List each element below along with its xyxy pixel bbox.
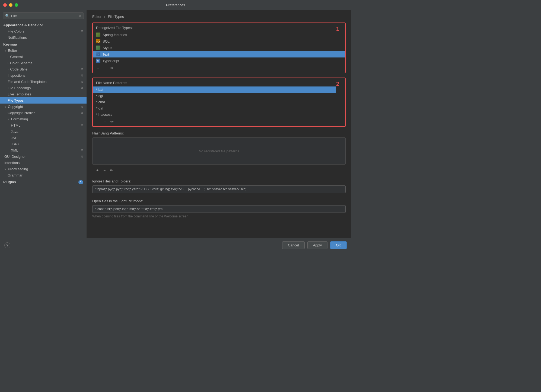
maximize-button[interactable] <box>15 3 18 7</box>
list-item[interactable]: *.cmd <box>93 99 345 105</box>
open-files-input[interactable] <box>92 205 346 213</box>
sidebar-item-grammar[interactable]: Grammar <box>0 172 87 178</box>
sidebar-item-label: Formatting <box>11 117 28 121</box>
sidebar-item-inspections[interactable]: Inspections ⧉ <box>0 72 87 79</box>
sidebar-item-xml[interactable]: XML ⧉ <box>0 147 87 153</box>
add-pattern-button[interactable]: + <box>96 119 100 124</box>
close-button[interactable] <box>3 3 7 7</box>
sidebar-item-label: Inspections <box>8 73 26 78</box>
sidebar-item-general[interactable]: › General <box>0 54 87 60</box>
recognized-file-types-list: Spring.factories SQL SQL Stylus T Text T… <box>93 31 345 64</box>
hashbang-patterns-section: HashBang Patterns: No registered file pa… <box>92 131 346 175</box>
expand-arrow-icon: ∨ <box>4 49 6 52</box>
file-name-patterns-list: *.bat *.cgi *.cmd *.dat *.htaccess <box>93 86 345 118</box>
ignore-files-header: Ignore Files and Folders: <box>92 179 346 183</box>
chevron-right-icon: › <box>8 55 8 58</box>
list-item[interactable]: *.bat <box>93 86 336 93</box>
settings-icon: ⧉ <box>81 68 83 71</box>
help-button[interactable]: ? <box>4 242 10 248</box>
sidebar-item-file-encodings[interactable]: File Encodings ⧉ <box>0 85 87 91</box>
edit-hashbang-button[interactable]: ✏ <box>109 168 114 173</box>
sidebar-item-label: General <box>10 55 23 59</box>
list-item[interactable]: T Text <box>93 51 345 57</box>
sidebar-item-java[interactable]: Java <box>0 128 87 135</box>
titlebar: Preferences <box>0 0 351 10</box>
plugins-label: Plugins <box>3 180 16 184</box>
breadcrumb: Editor › File Types <box>92 15 346 19</box>
remove-hashbang-button[interactable]: − <box>102 168 107 173</box>
sidebar-item-code-style[interactable]: › Code Style ⧉ <box>0 66 87 72</box>
sidebar-item-color-scheme[interactable]: › Color Scheme <box>0 60 87 66</box>
sidebar-item-label: Copyright <box>8 105 23 109</box>
settings-icon: ⧉ <box>81 105 83 108</box>
sidebar-item-label: Intentions <box>4 161 20 165</box>
ignore-files-input[interactable] <box>92 185 346 193</box>
edit-pattern-button[interactable]: ✏ <box>110 119 114 124</box>
sidebar-item-label: Code Style <box>10 67 27 71</box>
ok-button[interactable]: OK <box>330 241 347 249</box>
close-icon[interactable]: ✕ <box>79 14 81 18</box>
sidebar-item-intentions[interactable]: Intentions <box>0 160 87 166</box>
remove-pattern-button[interactable]: − <box>103 119 107 124</box>
sidebar-item-notifications[interactable]: Notifications <box>0 34 87 41</box>
list-item[interactable]: *.cgi <box>93 93 345 99</box>
text-icon: T <box>96 52 100 56</box>
cancel-button[interactable]: Cancel <box>282 241 304 249</box>
chevron-right-icon: › <box>8 62 8 65</box>
list-item[interactable]: *.dat <box>93 105 345 111</box>
bottom-bar: ? Cancel Apply OK <box>0 238 351 252</box>
minimize-button[interactable] <box>9 3 12 7</box>
sidebar-item-proofreading[interactable]: ∨ Proofreading <box>0 166 87 172</box>
list-item[interactable]: Spring.factories <box>93 31 336 38</box>
typescript-icon: TS <box>96 59 100 63</box>
sidebar-item-copyright[interactable]: ∨ Copyright ⧉ <box>0 104 87 110</box>
list-item[interactable]: SQL SQL <box>93 38 345 44</box>
recognized-file-types-header: Recognized File Types: 1 <box>93 23 345 31</box>
sidebar-item-label: Java <box>11 130 18 134</box>
sidebar-item-file-types[interactable]: File Types <box>0 97 87 104</box>
sql-icon: SQL <box>96 39 100 43</box>
search-box[interactable]: 🔍 ✕ <box>3 12 84 19</box>
open-files-header: Open files in the LightEdit mode: <box>92 199 346 203</box>
settings-icon: ⧉ <box>81 30 83 33</box>
expand-arrow-icon: ∨ <box>4 105 6 108</box>
recognized-types-toolbar: + − ✏ <box>93 64 345 73</box>
sidebar-item-live-templates[interactable]: Live Templates <box>0 91 87 97</box>
hashbang-toolbar: + − ✏ <box>92 166 346 175</box>
sidebar-item-editor[interactable]: ∨ Editor <box>0 47 87 54</box>
sidebar-item-jspx[interactable]: JSPX <box>0 141 87 147</box>
breadcrumb-current: File Types <box>108 15 124 19</box>
add-file-type-button[interactable]: + <box>96 66 100 70</box>
sidebar-item-label: Grammar <box>8 173 23 177</box>
apply-button[interactable]: Apply <box>307 241 328 249</box>
list-item[interactable]: Stylus <box>93 44 345 51</box>
add-hashbang-button[interactable]: + <box>95 168 100 173</box>
hashbang-empty-box: No registered file patterns <box>92 137 346 165</box>
sidebar-item-formatting[interactable]: ∨ Formatting <box>0 116 87 122</box>
sidebar-section-plugins[interactable]: Plugins 1 <box>0 178 87 186</box>
sidebar-item-jsp[interactable]: JSP <box>0 135 87 141</box>
sidebar-item-label: JSPX <box>11 142 20 146</box>
sidebar-item-gui-designer[interactable]: GUI Designer ⧉ <box>0 153 87 160</box>
question-icon: ? <box>6 243 8 247</box>
sidebar-item-file-colors[interactable]: File Colors ⧉ <box>0 28 87 34</box>
sidebar-item-html[interactable]: HTML ⧉ <box>0 122 87 128</box>
sidebar-item-label: Proofreading <box>8 167 28 171</box>
sidebar-item-label: Copyright Profiles <box>8 111 36 115</box>
sidebar-item-label: JSP <box>11 136 17 140</box>
list-item[interactable]: *.htaccess <box>93 111 345 118</box>
list-item[interactable]: TS TypeScript <box>93 57 345 64</box>
main-layout: 🔍 ✕ Appearance & Behavior File Colors ⧉ … <box>0 10 351 238</box>
remove-file-type-button[interactable]: − <box>103 66 107 70</box>
sidebar-item-copyright-profiles[interactable]: Copyright Profiles ⧉ <box>0 110 87 116</box>
annotation-1: 1 <box>336 26 339 32</box>
file-patterns-toolbar: + − ✏ <box>93 118 345 126</box>
search-input[interactable] <box>11 14 77 18</box>
sidebar-item-label: File Types <box>8 98 24 102</box>
edit-file-type-button[interactable]: ✏ <box>110 66 114 70</box>
sidebar-item-label: Live Templates <box>8 92 31 96</box>
window-controls[interactable] <box>3 3 18 7</box>
settings-icon: ⧉ <box>81 124 83 127</box>
sidebar-item-file-code-templates[interactable]: File and Code Templates ⧉ <box>0 79 87 85</box>
no-patterns-text: No registered file patterns <box>199 149 239 153</box>
